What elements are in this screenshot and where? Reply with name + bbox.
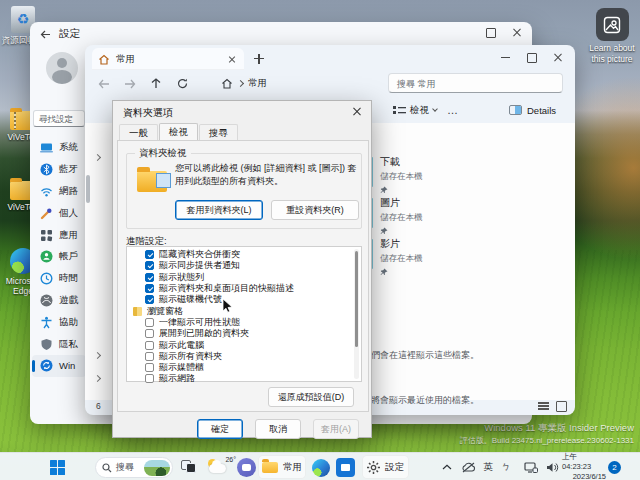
- checkbox[interactable]: [145, 374, 154, 383]
- advanced-setting-row[interactable]: 顯示狀態列: [129, 272, 351, 283]
- restore-defaults-button[interactable]: 還原成預設值(D): [268, 387, 354, 407]
- minimize-icon[interactable]: [493, 49, 519, 65]
- settings-sidebar-item-update[interactable]: Win: [32, 355, 86, 377]
- chevron-up-icon: [442, 464, 452, 470]
- checkbox[interactable]: [145, 329, 154, 338]
- notification-badge[interactable]: 2: [608, 461, 621, 474]
- folder-view-icon: [137, 171, 167, 192]
- nav-scrollbar-thumb[interactable]: [86, 175, 90, 203]
- tree-chevron-icon[interactable]: [94, 352, 101, 359]
- taskbar-explorer-button[interactable]: 常用: [258, 455, 306, 479]
- taskbar-settings-button[interactable]: 設定: [362, 455, 409, 479]
- ime-mode-indicator[interactable]: ㄅ: [498, 453, 514, 480]
- quick-access-item[interactable]: 下載 儲存在本機: [370, 155, 560, 196]
- advanced-setting-row[interactable]: 顯示所有資料夾: [129, 351, 351, 362]
- settings-sidebar-item-system[interactable]: 系統: [32, 137, 86, 159]
- maximize-icon[interactable]: [519, 49, 545, 65]
- avatar[interactable]: [46, 52, 78, 84]
- checkbox[interactable]: [145, 318, 154, 327]
- maximize-icon[interactable]: [478, 24, 504, 40]
- tree-chevron-icon[interactable]: [94, 154, 101, 161]
- speaker-icon: [546, 462, 559, 473]
- refresh-icon[interactable]: [169, 74, 195, 94]
- close-icon[interactable]: [349, 105, 365, 119]
- onedrive-tray-icon[interactable]: [458, 453, 478, 480]
- reset-folders-button[interactable]: 重設資料夾(R): [271, 200, 359, 220]
- explorer-search-input[interactable]: 搜尋 常用: [388, 73, 563, 93]
- close-icon[interactable]: [545, 49, 571, 65]
- advanced-setting-row[interactable]: 顯示媒體櫃: [129, 362, 351, 373]
- cancel-button[interactable]: 取消: [255, 419, 301, 439]
- checkbox[interactable]: [145, 250, 154, 259]
- checkbox[interactable]: [145, 273, 154, 282]
- breadcrumb-item[interactable]: 常用: [248, 77, 267, 90]
- new-tab-icon[interactable]: [253, 53, 265, 65]
- chat-button[interactable]: [237, 458, 256, 477]
- forward-icon[interactable]: [117, 74, 143, 94]
- taskbar-search[interactable]: 搜尋: [95, 457, 173, 478]
- taskbar-store-button[interactable]: [336, 458, 355, 477]
- advanced-setting-row[interactable]: 顯示磁碟機代號: [129, 294, 351, 305]
- settings-sidebar-item-apps[interactable]: 應用: [32, 224, 86, 246]
- system-icon: [40, 141, 53, 154]
- advanced-setting-row[interactable]: 顯示網路: [129, 373, 351, 384]
- settings-sidebar-item-time[interactable]: 時間: [32, 268, 86, 290]
- home-icon: [98, 54, 110, 65]
- desktop-icon-learn-about-picture[interactable]: Learn about this picture: [586, 8, 638, 64]
- explorer-tab-home[interactable]: 常用: [92, 48, 244, 70]
- setting-label: 顯示網路: [159, 373, 195, 384]
- volume-tray-icon[interactable]: [543, 453, 561, 480]
- network-tray-icon[interactable]: [522, 453, 540, 480]
- advanced-setting-row[interactable]: 隱藏資料夾合併衝突: [129, 249, 351, 260]
- apply-to-folders-button[interactable]: 套用到資料夾(L): [175, 200, 263, 220]
- settings-sidebar-item-accounts[interactable]: 帳戶: [32, 246, 86, 268]
- sidebar-item-label: 時間: [59, 272, 78, 285]
- taskbar-edge-button[interactable]: [311, 458, 330, 477]
- checkbox[interactable]: [145, 295, 154, 304]
- settings-sidebar-item-gaming[interactable]: 遊戲: [32, 290, 86, 312]
- checkbox[interactable]: [145, 341, 154, 350]
- view-button[interactable]: 檢視: [393, 104, 437, 117]
- ime-language-indicator[interactable]: 英: [480, 453, 496, 480]
- advanced-setting-row[interactable]: 顯示此電腦: [129, 339, 351, 350]
- tray-clock[interactable]: 上午 04:23:23 2023/6/15: [562, 453, 606, 480]
- advanced-setting-row[interactable]: 一律顯示可用性狀態: [129, 317, 351, 328]
- tray-show-hidden-icons[interactable]: [440, 453, 454, 480]
- list-view-icon[interactable]: [538, 401, 549, 411]
- back-icon[interactable]: [40, 30, 51, 39]
- breadcrumb[interactable]: 常用: [221, 77, 267, 90]
- tab-close-icon[interactable]: [226, 53, 238, 65]
- advanced-group-row[interactable]: 瀏覽窗格: [129, 305, 351, 316]
- advanced-setting-row[interactable]: 展開到已開啟的資料夾: [129, 328, 351, 339]
- checkbox[interactable]: [145, 352, 154, 361]
- back-icon[interactable]: [91, 74, 117, 94]
- scrollbar-thumb[interactable]: [355, 251, 358, 347]
- quick-access-item[interactable]: 影片 儲存在本機: [370, 237, 560, 278]
- checkbox[interactable]: [145, 363, 154, 372]
- settings-sidebar-item-bluetooth[interactable]: 藍牙: [32, 159, 86, 181]
- checkbox[interactable]: [145, 284, 154, 293]
- list-scrollbar[interactable]: [354, 249, 359, 379]
- weather-widget[interactable]: 26°: [206, 456, 236, 478]
- settings-sidebar-item-privacy[interactable]: 隱私: [32, 333, 86, 355]
- settings-search-input[interactable]: 尋找設定: [33, 110, 85, 127]
- apply-button[interactable]: 套用(A): [313, 419, 359, 439]
- settings-sidebar-item-personalization[interactable]: 個人: [32, 202, 86, 224]
- close-icon[interactable]: [504, 24, 530, 40]
- tree-chevron-icon[interactable]: [94, 375, 101, 382]
- settings-sidebar-item-network[interactable]: 網路: [32, 181, 86, 203]
- up-icon[interactable]: [143, 74, 169, 94]
- start-button[interactable]: [48, 458, 67, 477]
- advanced-setting-row[interactable]: 顯示資料夾和桌面項目的快顯描述: [129, 283, 351, 294]
- checkbox[interactable]: [133, 307, 142, 316]
- details-button[interactable]: Details: [509, 105, 556, 116]
- ok-button[interactable]: 確定: [197, 419, 243, 439]
- settings-sidebar-item-accessibility[interactable]: 協助: [32, 311, 86, 333]
- quick-access-item[interactable]: 圖片 儲存在本機: [370, 196, 560, 237]
- checkbox[interactable]: [145, 261, 154, 270]
- advanced-setting-row[interactable]: 顯示同步提供者通知: [129, 260, 351, 271]
- large-icons-view-icon[interactable]: [556, 401, 567, 411]
- more-button[interactable]: …: [447, 104, 459, 116]
- mouse-cursor: [222, 298, 234, 314]
- task-view-button[interactable]: [180, 459, 198, 475]
